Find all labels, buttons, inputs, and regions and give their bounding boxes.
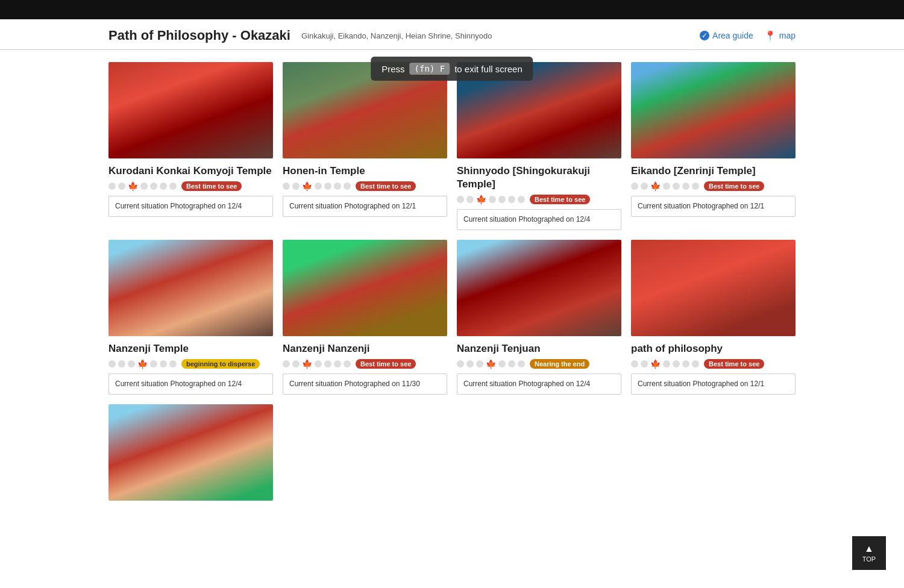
card-grid: Kurodani Konkai Komyoji Temple🍁Best time… — [108, 62, 796, 501]
status-badge-nanzenji: beginning to disperse — [181, 359, 260, 369]
map-link[interactable]: 📍 map — [764, 30, 796, 42]
maple-icon-eikando: 🍁 — [650, 181, 661, 191]
card-last[interactable] — [108, 404, 273, 501]
top-black-bar — [0, 0, 904, 19]
area-guide-link[interactable]: ✓ Area guide — [700, 31, 753, 40]
card-title-kurodani: Kurodani Konkai Komyoji Temple — [108, 164, 273, 178]
header: Path of Philosophy - Okazaki Ginkakuji, … — [0, 19, 904, 50]
card-title-nanzenji2: Nanzenji Nanzenji — [283, 342, 447, 355]
rating-dot — [682, 360, 689, 367]
page-title: Path of Philosophy - Okazaki — [108, 28, 290, 43]
rating-row-tenjuan: 🍁Nearing the end — [457, 359, 621, 369]
card-nanzenji2[interactable]: Nanzenji Nanzenji🍁Best time to seeCurren… — [283, 240, 447, 395]
tooltip-message: to exit full screen — [454, 64, 523, 74]
card-eikando[interactable]: Eikando [Zenrinji Temple]🍁Best time to s… — [631, 62, 796, 230]
map-pin-icon: 📍 — [764, 30, 776, 42]
area-guide-label: Area guide — [712, 31, 753, 40]
header-subtitle: Ginkakuji, Eikando, Nanzenji, Heian Shri… — [301, 31, 700, 40]
rating-row-nanzenji2: 🍁Best time to see — [283, 359, 447, 369]
situation-box-nanzenji2: Current situation Photographed on 11/30 — [283, 374, 447, 395]
rating-dot — [631, 183, 638, 190]
map-label: map — [779, 31, 796, 40]
rating-dot — [631, 360, 638, 367]
rating-dot — [315, 183, 322, 190]
maple-icon-path: 🍁 — [650, 359, 661, 369]
maple-icon-kurodani: 🍁 — [128, 181, 138, 191]
rating-dot — [508, 196, 515, 203]
rating-dot — [315, 360, 322, 367]
situation-box-honen: Current situation Photographed on 12/1 — [283, 196, 447, 217]
card-tenjuan[interactable]: Nanzenji Tenjuan🍁Nearing the endCurrent … — [457, 240, 621, 395]
rating-row-kurodani: 🍁Best time to see — [108, 181, 273, 191]
rating-dot — [344, 360, 351, 367]
tooltip-press: Press — [381, 64, 404, 74]
rating-dot — [283, 360, 290, 367]
card-path[interactable]: path of philosophy🍁Best time to seeCurre… — [631, 240, 796, 395]
rating-row-shinnyodo: 🍁Best time to see — [457, 195, 621, 204]
card-image-eikando — [631, 62, 796, 158]
rating-dot — [324, 360, 331, 367]
status-badge-nanzenji2: Best time to see — [356, 359, 416, 369]
situation-box-tenjuan: Current situation Photographed on 12/4 — [457, 374, 621, 395]
card-image-kurodani — [108, 62, 273, 158]
rating-dot — [283, 183, 290, 190]
rating-dot — [118, 183, 125, 190]
rating-dot — [140, 183, 148, 190]
rating-row-path: 🍁Best time to see — [631, 359, 796, 369]
rating-dot — [498, 360, 506, 367]
card-title-honen: Honen-in Temple — [283, 164, 447, 178]
rating-dot — [160, 183, 167, 190]
rating-dot — [160, 360, 167, 367]
rating-dot — [344, 183, 351, 190]
rating-dot — [673, 183, 680, 190]
card-honen[interactable]: Honen-in Temple🍁Best time to seeCurrent … — [283, 62, 447, 230]
tooltip-key: (fn) F — [410, 63, 450, 75]
rating-dot — [150, 183, 157, 190]
card-title-shinnyodo: Shinnyodo [Shingokurakuji Temple] — [457, 164, 621, 191]
rating-row-nanzenji: 🍁beginning to disperse — [108, 359, 273, 369]
rating-dot — [169, 360, 177, 367]
rating-dot — [466, 360, 474, 367]
card-image-path — [631, 240, 796, 336]
header-links: ✓ Area guide 📍 map — [700, 30, 796, 42]
main-content: Kurodani Konkai Komyoji Temple🍁Best time… — [0, 50, 904, 525]
rating-dot — [498, 196, 506, 203]
situation-box-path: Current situation Photographed on 12/1 — [631, 374, 796, 395]
card-kurodani[interactable]: Kurodani Konkai Komyoji Temple🍁Best time… — [108, 62, 273, 230]
rating-dot — [508, 360, 515, 367]
rating-dot — [641, 360, 648, 367]
card-title-path: path of philosophy — [631, 342, 796, 355]
maple-icon-shinnyodo: 🍁 — [476, 195, 486, 204]
rating-dot — [476, 360, 483, 367]
rating-dot — [692, 183, 699, 190]
rating-dot — [457, 360, 464, 367]
rating-dot — [518, 196, 525, 203]
card-image-tenjuan — [457, 240, 621, 336]
rating-row-honen: 🍁Best time to see — [283, 181, 447, 191]
situation-box-shinnyodo: Current situation Photographed on 12/4 — [457, 209, 621, 230]
status-badge-kurodani: Best time to see — [181, 181, 242, 191]
rating-dot — [673, 360, 680, 367]
rating-dot — [150, 360, 157, 367]
rating-dot — [324, 183, 331, 190]
rating-dot — [692, 360, 699, 367]
maple-icon-nanzenji2: 🍁 — [302, 359, 312, 369]
maple-icon-tenjuan: 🍁 — [486, 359, 496, 369]
status-badge-path: Best time to see — [704, 359, 764, 369]
rating-dot — [108, 360, 116, 367]
rating-dot — [489, 196, 496, 203]
card-title-eikando: Eikando [Zenrinji Temple] — [631, 164, 796, 178]
situation-box-kurodani: Current situation Photographed on 12/4 — [108, 196, 273, 217]
rating-dot — [663, 360, 670, 367]
rating-dot — [118, 360, 125, 367]
situation-box-eikando: Current situation Photographed on 12/1 — [631, 196, 796, 217]
rating-row-eikando: 🍁Best time to see — [631, 181, 796, 191]
rating-dot — [292, 360, 300, 367]
rating-dot — [663, 183, 670, 190]
card-title-tenjuan: Nanzenji Tenjuan — [457, 342, 621, 355]
maple-icon-honen: 🍁 — [302, 181, 312, 191]
card-shinnyodo[interactable]: Shinnyodo [Shingokurakuji Temple]🍁Best t… — [457, 62, 621, 230]
rating-dot — [334, 360, 341, 367]
card-nanzenji[interactable]: Nanzenji Temple🍁beginning to disperseCur… — [108, 240, 273, 395]
card-image-last — [108, 404, 273, 501]
